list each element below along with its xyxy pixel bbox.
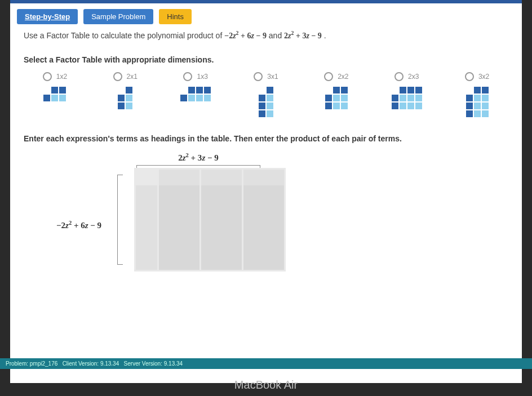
option-label: 1x3 (197, 73, 207, 81)
radio-icon[interactable] (465, 72, 474, 81)
factor-table-preview-icon (43, 87, 66, 101)
content-area: Use a Factor Table to calculate the poly… (10, 28, 522, 317)
device-label: MacBook Air (0, 379, 532, 391)
prompt-text-2: and (269, 31, 284, 40)
polynomial-1: −2z2 + 6z − 9 (224, 32, 267, 40)
product-cell-input[interactable] (201, 213, 242, 242)
prompt-text-3: . (324, 31, 326, 40)
row-header-input[interactable] (136, 242, 157, 270)
option-3x1[interactable]: 3x1 (235, 72, 298, 117)
tab-hints[interactable]: Hints (159, 9, 192, 24)
select-heading: Select a Factor Table with appropriate d… (24, 55, 508, 64)
radio-icon[interactable] (43, 72, 52, 81)
footer-server: Server Version: 9.13.34 (124, 361, 183, 367)
dimension-options: 1x2 2x1 (24, 72, 508, 117)
factor-table-preview-icon (325, 87, 348, 109)
row-header-input[interactable] (136, 185, 157, 213)
factor-table-preview-icon (180, 87, 211, 101)
tab-sample-problem[interactable]: Sample Problem (83, 9, 153, 24)
product-cell-input[interactable] (243, 242, 284, 270)
option-label: 2x1 (127, 73, 138, 81)
polynomial-2: 2z2 + 3z − 9 (284, 32, 322, 40)
tab-step-by-step[interactable]: Step-by-Step (17, 9, 78, 24)
radio-icon[interactable] (254, 72, 263, 81)
footer-client: Client Version: 9.13.34 (63, 361, 119, 367)
factor-table-preview-icon (118, 87, 132, 109)
top-expression: 2z2 + 3z − 9 (136, 152, 260, 163)
prompt-text-1: Use a Factor Table to calculate the poly… (24, 31, 224, 40)
option-1x2[interactable]: 1x2 (24, 72, 86, 117)
option-3x2[interactable]: 3x2 (446, 72, 508, 117)
left-expression-bracket: −2z2 + 6z − 9 (56, 203, 124, 213)
option-1x3[interactable]: 1x3 (165, 72, 227, 117)
factor-table-area: 2z2 + 3z − 9 −2z2 + 6z − 9 (24, 152, 283, 310)
radio-icon[interactable] (324, 72, 333, 81)
product-cell-input[interactable] (159, 242, 200, 270)
product-cell-input[interactable] (201, 242, 242, 270)
status-footer: Problem: pmpi2_176 Client Version: 9.13.… (0, 358, 532, 369)
col-header-input[interactable] (243, 170, 284, 185)
factor-table-preview-icon (259, 87, 273, 117)
footer-problem: Problem: pmpi2_176 (6, 361, 57, 367)
factor-table-grid (134, 168, 286, 272)
enter-heading: Enter each expression's terms as heading… (24, 134, 508, 143)
product-cell-input[interactable] (159, 213, 200, 242)
option-label: 3x1 (267, 73, 278, 81)
app-window: Step-by-Step Sample Problem Hints Use a … (10, 0, 522, 383)
factor-table-preview-icon (466, 87, 489, 117)
product-cell-input[interactable] (243, 213, 284, 242)
tab-bar: Step-by-Step Sample Problem Hints (10, 3, 522, 28)
product-cell-input[interactable] (243, 185, 284, 213)
col-header-input[interactable] (201, 170, 242, 185)
option-label: 1x2 (56, 73, 67, 81)
option-label: 2x2 (338, 73, 348, 81)
radio-icon[interactable] (183, 72, 192, 81)
option-2x1[interactable]: 2x1 (94, 72, 157, 117)
radio-icon[interactable] (113, 72, 122, 81)
option-2x3[interactable]: 2x3 (375, 72, 438, 117)
product-cell-input[interactable] (201, 185, 242, 213)
option-2x2[interactable]: 2x2 (305, 72, 367, 117)
product-cell-input[interactable] (159, 185, 200, 213)
option-label: 3x2 (478, 73, 489, 81)
left-expression: −2z2 + 6z − 9 (56, 220, 124, 230)
option-label: 2x3 (408, 73, 419, 81)
problem-prompt: Use a Factor Table to calculate the poly… (24, 30, 508, 41)
col-header-input[interactable] (159, 170, 200, 185)
radio-icon[interactable] (394, 72, 404, 81)
grid-corner (136, 170, 157, 185)
row-header-input[interactable] (136, 213, 157, 242)
factor-table-preview-icon (392, 87, 422, 109)
